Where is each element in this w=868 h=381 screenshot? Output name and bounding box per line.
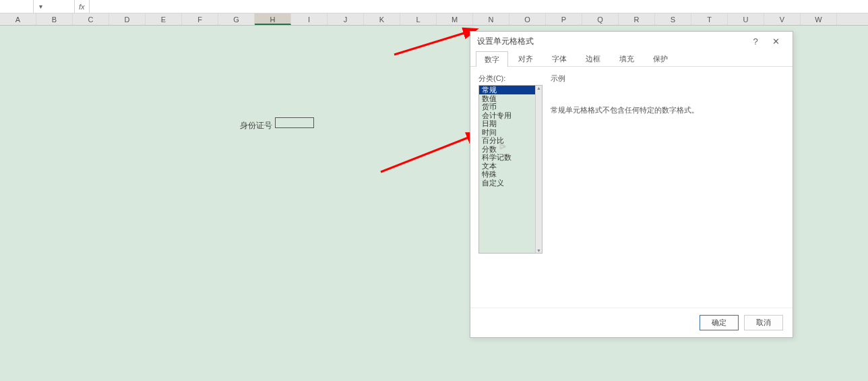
dialog-title: 设置单元格格式 bbox=[477, 36, 745, 47]
column-header-k[interactable]: K bbox=[364, 13, 400, 25]
column-header-w[interactable]: W bbox=[801, 13, 837, 25]
column-headers: ABCDEFGHIJKLMNOPQRSTUVW bbox=[0, 13, 868, 26]
column-header-p[interactable]: P bbox=[546, 13, 582, 25]
column-header-s[interactable]: S bbox=[655, 13, 691, 25]
dialog-tab[interactable]: 数字 bbox=[476, 51, 508, 67]
mouse-cursor-icon: ▷ bbox=[500, 142, 505, 150]
category-item[interactable]: 文本 bbox=[479, 162, 535, 171]
category-scrollbar[interactable] bbox=[535, 86, 542, 253]
category-description: 常规单元格格式不包含任何特定的数字格式。 bbox=[551, 105, 784, 115]
category-item[interactable]: 数值 bbox=[479, 94, 535, 103]
formula-bar: ▾ ▾ fx bbox=[0, 0, 868, 13]
cell-input-id[interactable] bbox=[275, 117, 314, 128]
column-header-h[interactable]: H bbox=[255, 13, 291, 25]
dialog-close-button[interactable]: ✕ bbox=[766, 36, 786, 47]
formula-buttons: ▾ bbox=[47, 2, 74, 11]
format-cells-dialog: 设置单元格格式 ? ✕ 数字对齐字体边框填充保护 分类(C): 常规数值货币会计… bbox=[470, 31, 793, 338]
column-header-o[interactable]: O bbox=[509, 13, 546, 25]
column-header-i[interactable]: I bbox=[291, 13, 328, 25]
category-listbox[interactable]: 常规数值货币会计专用日期时间百分比分数科学记数文本特殊自定义 bbox=[478, 85, 542, 254]
category-item[interactable]: 会计专用 bbox=[479, 111, 535, 120]
formula-input[interactable] bbox=[90, 0, 868, 13]
dialog-tab[interactable]: 字体 bbox=[543, 51, 576, 66]
sample-label: 示例 bbox=[551, 74, 784, 84]
dialog-buttons: 确定 取消 bbox=[470, 307, 793, 337]
column-header-d[interactable]: D bbox=[109, 13, 146, 25]
column-header-a[interactable]: A bbox=[0, 13, 36, 25]
dialog-tab[interactable]: 填充 bbox=[611, 51, 643, 66]
dialog-body: 分类(C): 常规数值货币会计专用日期时间百分比分数科学记数文本特殊自定义 示例… bbox=[470, 67, 793, 307]
column-header-b[interactable]: B bbox=[36, 13, 73, 25]
name-box[interactable] bbox=[0, 0, 34, 13]
category-item[interactable]: 特殊 bbox=[479, 170, 535, 179]
column-header-f[interactable]: F bbox=[182, 13, 218, 25]
cell-label-id: 身份证号 bbox=[240, 120, 272, 131]
cancel-button[interactable]: 取消 bbox=[744, 315, 783, 330]
dialog-tab[interactable]: 边框 bbox=[577, 51, 609, 66]
category-item[interactable]: 时间 bbox=[479, 128, 535, 137]
column-header-g[interactable]: G bbox=[218, 13, 255, 25]
column-header-n[interactable]: N bbox=[473, 13, 509, 25]
category-item[interactable]: 科学记数 bbox=[479, 153, 535, 162]
column-header-t[interactable]: T bbox=[691, 13, 728, 25]
column-header-r[interactable]: R bbox=[619, 13, 655, 25]
dialog-tabs: 数字对齐字体边框填充保护 bbox=[470, 51, 793, 67]
category-item[interactable]: 自定义 bbox=[479, 179, 535, 187]
dialog-tab[interactable]: 保护 bbox=[644, 51, 677, 66]
dialog-tab[interactable]: 对齐 bbox=[509, 51, 542, 66]
category-item[interactable]: 常规 bbox=[479, 86, 535, 94]
column-header-e[interactable]: E bbox=[146, 13, 182, 25]
column-header-c[interactable]: C bbox=[73, 13, 109, 25]
column-header-q[interactable]: Q bbox=[582, 13, 619, 25]
dialog-titlebar: 设置单元格格式 ? ✕ bbox=[470, 32, 793, 51]
name-box-dropdown[interactable]: ▾ bbox=[34, 3, 47, 10]
category-item[interactable]: 百分比 bbox=[479, 136, 535, 145]
ok-button[interactable]: 确定 bbox=[700, 315, 739, 330]
category-item[interactable]: 日期 bbox=[479, 119, 535, 128]
fx-label[interactable]: fx bbox=[74, 0, 90, 13]
category-item[interactable]: 货币 bbox=[479, 102, 535, 111]
column-header-v[interactable]: V bbox=[764, 13, 801, 25]
column-header-j[interactable]: J bbox=[328, 13, 364, 25]
column-header-l[interactable]: L bbox=[400, 13, 437, 25]
dialog-help-button[interactable]: ? bbox=[745, 36, 766, 47]
column-header-u[interactable]: U bbox=[728, 13, 764, 25]
category-label: 分类(C): bbox=[478, 74, 542, 84]
column-header-m[interactable]: M bbox=[437, 13, 473, 25]
category-item[interactable]: 分数 bbox=[479, 145, 535, 154]
